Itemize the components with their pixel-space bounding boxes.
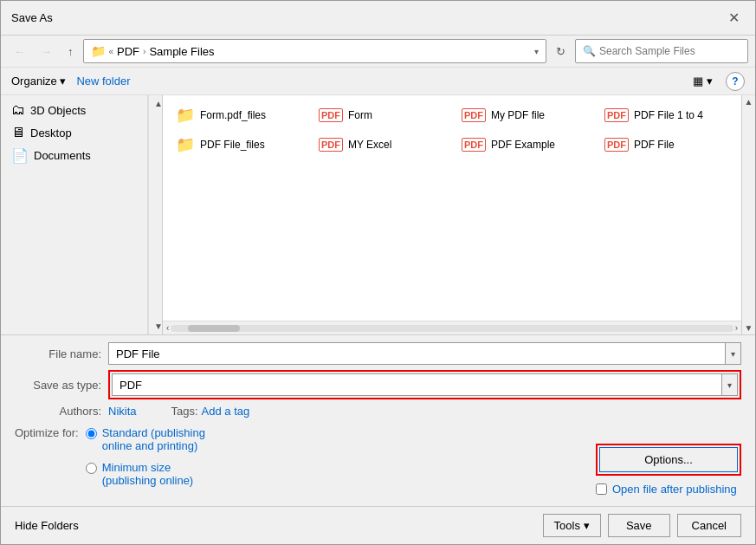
files-grid: 📁 Form.pdf_files PDF Form PDF My PDF fil… [170,102,734,158]
actions-right: ▦ ▾ ? [687,71,745,91]
options-button-wrapper: Options... [596,444,741,476]
files-content: 📁 Form.pdf_files PDF Form PDF My PDF fil… [163,95,741,321]
list-item[interactable]: 📁 Form.pdf_files [170,102,306,128]
list-item[interactable]: PDF Form [313,102,449,128]
horizontal-scrollbar[interactable]: ‹ › [163,321,741,334]
authors-value[interactable]: Nikita [108,405,137,418]
sidebar-item-3d-objects[interactable]: 🗂 3D Objects [1,99,147,121]
authors-label: Authors: [15,405,101,418]
scroll-up-button[interactable]: ▲ [743,95,755,108]
breadcrumb-pdf: PDF [117,45,139,58]
view-dropdown-icon: ▾ [707,75,713,88]
sidebar-scroll-up[interactable]: ▲ [149,95,162,112]
file-name: PDF File_files [200,139,265,151]
list-item[interactable]: 📁 PDF File_files [170,132,306,158]
forward-button[interactable]: → [35,41,58,62]
sidebar-scroll-down[interactable]: ▼ [149,318,162,334]
sidebar-item-desktop[interactable]: 🖥 Desktop [1,121,147,144]
back-button[interactable]: ← [8,41,31,62]
tools-button[interactable]: Tools ▾ [543,514,601,537]
file-name: My PDF file [491,109,545,121]
folder-icon: 📁 [176,135,195,154]
navigation-toolbar: ← → ↑ 📁 « PDF › Sample Files ▾ ↻ 🔍 [1,36,755,68]
address-bar[interactable]: 📁 « PDF › Sample Files ▾ [83,39,547,63]
minimum-radio[interactable] [86,463,97,474]
documents-icon: 📄 [11,147,29,164]
sidebar-item-label-3d: 3D Objects [30,104,86,117]
search-input[interactable] [599,45,740,57]
pdf-icon: PDF [319,108,343,122]
authors-tags-row: Authors: Nikita Tags: Add a tag [15,405,741,418]
file-name: PDF File [634,139,675,151]
scroll-down-button[interactable]: ▼ [743,321,755,334]
optimize-row: Optimize for: Standard (publishingonline… [15,426,561,490]
pdf-icon: PDF [604,108,629,122]
cancel-button[interactable]: Cancel [677,514,741,537]
close-button[interactable]: ✕ [723,8,745,28]
footer: Hide Folders Tools ▾ Save Cancel [1,506,755,544]
new-folder-button[interactable]: New folder [76,75,130,88]
title-bar: Save As ✕ [1,1,755,36]
minimum-label: Minimum size(publishing online) [102,461,194,487]
list-item[interactable]: PDF PDF Example [456,132,591,158]
file-name: PDF Example [491,139,555,151]
scroll-right-arrow[interactable]: › [733,323,740,333]
save-as-type-input[interactable] [112,373,722,396]
options-area: Optimize for: Standard (publishingonline… [15,423,741,499]
sidebar-item-label-documents: Documents [34,149,91,162]
file-name-field[interactable]: ▾ [108,342,741,365]
pdf-icon: PDF [462,108,486,122]
list-item[interactable]: PDF MY Excel [313,132,449,158]
options-button[interactable]: Options... [599,447,738,472]
file-name-input[interactable] [108,342,726,365]
scrollbar-track [171,325,733,332]
tools-label: Tools [554,519,580,532]
minimum-option[interactable]: Minimum size(publishing online) [86,461,205,487]
save-as-type-dropdown-btn[interactable]: ▾ [722,373,738,396]
save-as-type-field[interactable]: ▾ [112,373,738,396]
breadcrumb-sample-files: Sample Files [149,45,214,58]
pdf-icon: PDF [604,138,629,152]
bottom-form-area: File name: ▾ Save as type: ▾ Authors: Ni… [1,334,755,506]
help-button[interactable]: ? [726,72,745,91]
address-dropdown-icon[interactable]: ▾ [534,47,539,56]
list-item[interactable]: PDF PDF File 1 to 4 [598,102,734,128]
save-button[interactable]: Save [608,514,670,537]
sidebar: 🗂 3D Objects 🖥 Desktop 📄 Documents [1,95,148,334]
files-area: 📁 Form.pdf_files PDF Form PDF My PDF fil… [163,95,741,334]
content-area: 🗂 3D Objects 🖥 Desktop 📄 Documents ▲ ▼ [1,95,755,334]
open-file-checkbox[interactable] [596,483,607,495]
save-as-type-label: Save as type: [15,379,101,392]
tags-value[interactable]: Add a tag [202,405,250,418]
up-button[interactable]: ↑ [61,41,80,62]
refresh-button[interactable]: ↻ [550,42,572,62]
save-as-type-highlighted: ▾ [108,370,741,399]
view-icon: ▦ [693,75,703,88]
save-as-dialog: Save As ✕ ← → ↑ 📁 « PDF › Sample Files ▾… [0,0,756,545]
scrollbar-thumb[interactable] [188,325,240,332]
sidebar-item-documents[interactable]: 📄 Documents [1,144,147,167]
open-file-label: Open file after publishing [612,483,737,496]
open-file-row[interactable]: Open file after publishing [596,483,737,496]
file-name-row: File name: ▾ [15,342,741,365]
search-box[interactable]: 🔍 [575,39,748,63]
footer-right: Tools ▾ Save Cancel [543,514,741,537]
standard-option[interactable]: Standard (publishingonline and printing) [86,426,205,452]
file-name-dropdown-btn[interactable]: ▾ [726,342,741,365]
standard-radio[interactable] [86,428,97,439]
optimize-label: Optimize for: [15,426,79,439]
view-button[interactable]: ▦ ▾ [687,71,719,91]
standard-label: Standard (publishingonline and printing) [102,426,205,452]
scroll-left-arrow[interactable]: ‹ [165,323,171,333]
folder-icon: 📁 [91,44,106,58]
sidebar-item-label-desktop: Desktop [30,127,72,139]
organize-button[interactable]: Organize ▾ [11,75,66,88]
list-item[interactable]: PDF My PDF file [456,102,591,128]
dialog-title: Save As [11,11,53,24]
tags-label: Tags: [171,405,198,418]
hide-folders-button[interactable]: Hide Folders [15,519,79,532]
tools-arrow-icon: ▾ [584,519,590,532]
file-name: Form [348,109,372,121]
list-item[interactable]: PDF PDF File [598,132,734,158]
3d-objects-icon: 🗂 [11,102,25,118]
